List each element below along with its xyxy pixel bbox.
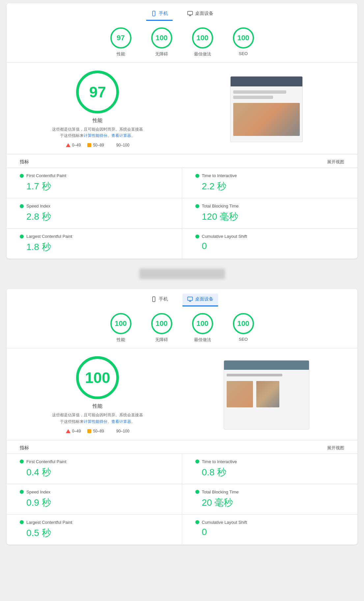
score-value-perf-1: 97 bbox=[117, 34, 125, 42]
expand-button-1[interactable]: 展开视图 bbox=[327, 159, 344, 165]
metric-value-lcp-1: 1.8 秒 bbox=[20, 241, 169, 253]
big-score-circle-2: 100 bbox=[76, 356, 119, 399]
score-label-perf-1: 性能 bbox=[117, 51, 125, 57]
score-seo-2: 100 SEO bbox=[233, 313, 254, 343]
tab-mobile-2[interactable]: 手机 bbox=[146, 294, 173, 306]
score-circle-seo-1: 100 bbox=[233, 27, 254, 48]
metric-name-tbt-1: Total Blocking Time bbox=[202, 204, 239, 208]
score-circle-seo-2: 100 bbox=[233, 313, 254, 334]
metric-dot-lcp-1 bbox=[20, 235, 24, 238]
perf-desc-2: 这些都是估算值，且可能会因时而异。系统会直接基于这些指标来计算性能得分。查看计算… bbox=[51, 412, 144, 425]
metric-name-si-1: Speed Index bbox=[26, 204, 50, 208]
metric-value-cls-1: 0 bbox=[195, 241, 345, 251]
score-circle-bp-2: 100 bbox=[192, 313, 213, 334]
legend-red-label-1: 0–49 bbox=[72, 143, 81, 147]
score-circle-perf-1: 97 bbox=[110, 27, 131, 48]
metrics-header-2: 指标 展开视图 bbox=[7, 440, 357, 454]
tab-mobile-label-1: 手机 bbox=[159, 11, 168, 16]
svg-rect-7 bbox=[187, 297, 192, 301]
score-value-a11y-1: 100 bbox=[155, 34, 168, 42]
screenshot-img-b bbox=[256, 381, 279, 407]
metric-tbt-name-row-2: Total Blocking Time bbox=[195, 490, 345, 494]
perf-left-1: 97 性能 这些都是估算值，且可能会因时而异。系统会直接基于这些指标来计算性能得… bbox=[20, 71, 176, 147]
legend-square-icon-2 bbox=[87, 429, 91, 433]
score-label-seo-1: SEO bbox=[239, 51, 248, 56]
legend-square-icon-1 bbox=[87, 143, 91, 147]
tab-desktop-label-2: 桌面设备 bbox=[195, 296, 213, 302]
expand-button-2[interactable]: 展开视图 bbox=[327, 445, 344, 451]
metric-name-cls-1: Cumulative Layout Shift bbox=[202, 234, 247, 239]
score-value-perf-2: 100 bbox=[115, 319, 127, 328]
metric-lcp-2: Largest Contentful Paint 0.5 秒 bbox=[7, 515, 182, 545]
tab-desktop-1[interactable]: 桌面设备 bbox=[182, 8, 218, 21]
legend-orange-label-2: 50–89 bbox=[93, 429, 104, 433]
card-mobile: 手机 桌面设备 97 性能 100 bbox=[7, 3, 357, 259]
metric-dot-cls-1 bbox=[195, 235, 199, 238]
score-circle-a11y-2: 100 bbox=[151, 313, 172, 334]
metric-cls-name-row-2: Cumulative Layout Shift bbox=[195, 520, 345, 525]
metric-name-fcp-2: First Contentful Paint bbox=[26, 459, 66, 464]
score-circle-perf-2: 100 bbox=[110, 313, 131, 334]
metric-cls-2: Cumulative Layout Shift 0 bbox=[182, 515, 358, 545]
metric-name-tti-2: Time to Interactive bbox=[202, 459, 237, 464]
metric-value-si-1: 2.8 秒 bbox=[20, 210, 169, 223]
legend-orange-label-1: 50–89 bbox=[93, 143, 104, 147]
screenshot-image-1 bbox=[233, 103, 300, 136]
big-score-value-2: 100 bbox=[85, 369, 110, 387]
tab-mobile-1[interactable]: 手机 bbox=[146, 8, 173, 21]
score-a11y-1: 100 无障碍 bbox=[151, 27, 172, 57]
score-perf-2: 100 性能 bbox=[110, 313, 131, 343]
screenshot-content-2 bbox=[224, 371, 309, 410]
score-value-seo-1: 100 bbox=[237, 34, 249, 42]
blurred-bar bbox=[139, 269, 225, 279]
legend-red-label-2: 0–49 bbox=[72, 429, 81, 433]
score-value-bp-2: 100 bbox=[196, 319, 209, 328]
metric-si-1: Speed Index 2.8 秒 bbox=[7, 198, 182, 229]
score-label-perf-2: 性能 bbox=[117, 337, 125, 343]
legend-green-2: 90–100 bbox=[111, 429, 129, 433]
legend-red-1: 0–49 bbox=[66, 143, 81, 147]
svg-rect-5 bbox=[153, 297, 155, 302]
score-bp-2: 100 最佳做法 bbox=[192, 313, 213, 343]
big-score-circle-1: 97 bbox=[76, 71, 119, 113]
metric-dot-tti-1 bbox=[195, 174, 199, 178]
metric-dot-fcp-2 bbox=[20, 459, 24, 463]
score-label-seo-2: SEO bbox=[239, 337, 248, 342]
metric-tti-2: Time to Interactive 0.8 秒 bbox=[182, 454, 358, 484]
metric-fcp-name-row-2: First Contentful Paint bbox=[20, 459, 169, 464]
tab-mobile-label-2: 手机 bbox=[159, 296, 168, 302]
metric-dot-tbt-1 bbox=[195, 204, 199, 208]
score-value-seo-2: 100 bbox=[237, 319, 249, 328]
score-bp-1: 100 最佳做法 bbox=[192, 27, 213, 57]
metric-tbt-name-row-1: Total Blocking Time bbox=[195, 204, 345, 208]
metrics-label-1: 指标 bbox=[20, 159, 29, 165]
metric-value-lcp-2: 0.5 秒 bbox=[20, 527, 169, 539]
perf-right-1 bbox=[189, 71, 345, 147]
score-seo-1: 100 SEO bbox=[233, 27, 254, 57]
metric-name-si-2: Speed Index bbox=[26, 490, 50, 494]
legend-dot-icon-1 bbox=[111, 143, 115, 147]
legend-green-label-2: 90–100 bbox=[116, 429, 129, 433]
metric-si-2: Speed Index 0.9 秒 bbox=[7, 484, 182, 515]
card-desktop: 手机 桌面设备 100 性能 100 bbox=[7, 289, 357, 544]
score-label-bp-1: 最佳做法 bbox=[194, 51, 211, 57]
device-tabs-1: 手机 桌面设备 bbox=[7, 3, 357, 21]
screenshot-line-1 bbox=[233, 90, 287, 94]
tab-desktop-2[interactable]: 桌面设备 bbox=[182, 294, 218, 306]
perf-left-2: 100 性能 这些都是估算值，且可能会因时而异。系统会直接基于这些指标来计算性能… bbox=[20, 356, 176, 433]
legend-2: 0–49 50–89 90–100 bbox=[66, 429, 129, 433]
metric-value-si-2: 0.9 秒 bbox=[20, 496, 169, 509]
perf-link2-2[interactable]: 查看计算器 bbox=[111, 419, 131, 424]
metric-name-lcp-1: Largest Contentful Paint bbox=[26, 234, 72, 239]
scores-row-2: 100 性能 100 无障碍 100 最佳做法 100 SEO bbox=[7, 306, 357, 348]
legend-red-2: 0–49 bbox=[66, 429, 81, 433]
metric-dot-si-1 bbox=[20, 204, 24, 208]
metrics-grid-1: First Contentful Paint 1.7 秒 Time to Int… bbox=[7, 168, 357, 259]
perf-link2-1[interactable]: 查看计算器 bbox=[111, 133, 131, 138]
metric-dot-lcp-2 bbox=[20, 520, 24, 524]
perf-link1-1[interactable]: 计算性能得分 bbox=[84, 133, 107, 138]
metric-cls-1: Cumulative Layout Shift 0 bbox=[182, 229, 358, 259]
perf-link1-2[interactable]: 计算性能得分 bbox=[84, 419, 107, 424]
metric-name-tti-1: Time to Interactive bbox=[202, 173, 237, 178]
svg-rect-0 bbox=[153, 11, 155, 16]
